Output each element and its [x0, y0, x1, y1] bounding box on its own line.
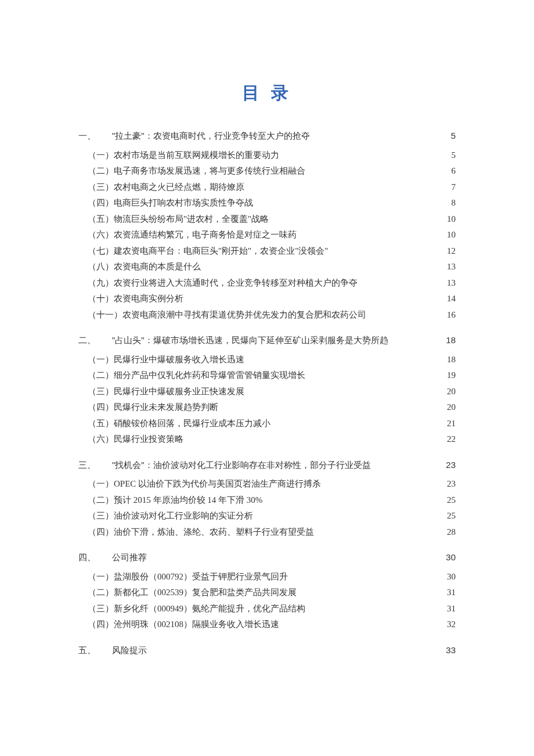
toc-entry[interactable]: 二、"占山头"：爆破市场增长迅速，民爆向下延伸至矿山采剥服务是大势所趋18 — [78, 333, 456, 348]
page-content: 目 录 一、"拉土豪"：农资电商时代，行业竞争转至大户的抢夺5（一）农村市场是当… — [0, 0, 534, 756]
toc-entry[interactable]: （六）农资流通结构繁冗，电子商务恰是对症之一味药10 — [88, 228, 456, 243]
toc-entry[interactable]: （三）农村电商之火已经点燃，期待燎原7 — [88, 180, 456, 195]
toc-page-number: 33 — [441, 643, 456, 658]
toc-marker: （四） — [88, 617, 114, 632]
toc-page-number: 28 — [441, 525, 456, 540]
toc-marker: 三、 — [78, 458, 112, 473]
toc-marker: （六） — [88, 432, 114, 447]
toc-label: 农资电商浪潮中寻找有渠道优势并优先发力的复合肥和农药公司 — [122, 308, 366, 323]
toc-marker: （五） — [88, 416, 114, 431]
toc-marker: （一） — [88, 477, 114, 492]
toc-entry[interactable]: 三、"找机会"：油价波动对化工行业影响存在非对称性，部分子行业受益23 — [78, 458, 456, 473]
toc-leader-dots — [306, 603, 439, 611]
toc-entry[interactable]: （四）电商巨头打响农村市场实质性争夺战8 — [88, 196, 456, 211]
toc-page-number: 7 — [441, 180, 456, 195]
toc-entry[interactable]: （二）新都化工（002539）复合肥和盐类产品共同发展31 — [88, 585, 456, 600]
toc-leader-dots — [280, 618, 439, 627]
toc-page-number: 30 — [441, 550, 456, 565]
toc-leader-dots — [315, 526, 439, 535]
toc-page-number: 19 — [441, 368, 456, 383]
toc-leader-dots — [359, 277, 439, 286]
toc-marker: 四、 — [78, 550, 112, 565]
toc-label: "占山头"：爆破市场增长迅速，民爆向下延伸至矿山采剥服务是大势所趋 — [112, 333, 388, 348]
toc-page-number: 21 — [441, 416, 456, 431]
toc-entry[interactable]: （四）沧州明珠（002108）隔膜业务收入增长迅速32 — [88, 617, 456, 632]
toc-marker: （二） — [88, 368, 114, 383]
toc-page-number: 5 — [441, 148, 456, 163]
toc-marker: （八） — [88, 260, 114, 275]
toc-entry[interactable]: （一）农村市场是当前互联网规模增长的重要动力5 — [88, 148, 456, 163]
toc-label: 电子商务市场发展迅速，将与更多传统行业相融合 — [114, 164, 305, 179]
toc-page-number: 31 — [441, 585, 456, 600]
toc-entry[interactable]: （五）硝酸铵价格回落，民爆行业成本压力减小21 — [88, 416, 456, 431]
toc-label: 农资电商实例分析 — [114, 291, 183, 307]
toc-label: 农村市场是当前互联网规模增长的重要动力 — [114, 148, 279, 163]
toc-marker: （二） — [88, 493, 114, 508]
toc-label: 盐湖股份（000792）受益于钾肥行业景气回升 — [114, 570, 288, 585]
toc-page-number: 13 — [441, 276, 456, 291]
toc-marker: （四） — [88, 196, 114, 211]
toc-page-number: 20 — [441, 400, 456, 415]
toc-entry[interactable]: （十）农资电商实例分析14 — [88, 291, 456, 307]
toc-leader-dots — [148, 552, 439, 560]
toc-entry[interactable]: （三）新乡化纤（000949）氨纶产能提升，优化产品结构31 — [88, 602, 456, 617]
toc-leader-dots — [372, 459, 439, 468]
toc-label: 沧州明珠（002108）隔膜业务收入增长迅速 — [114, 617, 279, 632]
toc-leader-dots — [148, 645, 439, 653]
toc-entry[interactable]: （五）物流巨头纷纷布局"进农村，全覆盖"战略10 — [88, 212, 456, 227]
toc-label: 农资电商的本质是什么 — [114, 260, 201, 275]
toc-entry[interactable]: （四）油价下滑，炼油、涤纶、农药、塑料子行业有望受益28 — [88, 525, 456, 540]
toc-marker: （四） — [88, 400, 114, 415]
toc-leader-dots — [306, 165, 439, 174]
toc-label: "找机会"：油价波动对化工行业影响存在非对称性，部分子行业受益 — [112, 458, 371, 473]
toc-leader-dots — [246, 181, 439, 190]
toc-title: 目 录 — [78, 81, 456, 105]
toc-label: 油价波动对化工行业影响的实证分析 — [114, 509, 253, 524]
toc-leader-dots — [185, 293, 439, 301]
toc-label: 预计 2015 年原油均价较 14 年下滑 30% — [114, 493, 262, 508]
toc-entry[interactable]: 五、风险提示33 — [78, 643, 456, 658]
toc-entry[interactable]: （三）油价波动对化工行业影响的实证分析25 — [88, 509, 456, 524]
toc-marker: （三） — [88, 180, 114, 195]
toc-page-number: 20 — [441, 384, 456, 399]
toc-page-number: 18 — [441, 333, 456, 348]
toc-leader-dots — [289, 571, 439, 579]
toc-page-number: 8 — [441, 196, 456, 211]
toc-entry[interactable]: （七）建农资电商平台：电商巨头"刚开始"，农资企业"没领会"12 — [88, 244, 456, 259]
toc-entry[interactable]: 四、公司推荐30 — [78, 550, 456, 565]
toc-entry[interactable]: （一）OPEC 以油价下跌为代价与美国页岩油生产商进行搏杀23 — [88, 477, 456, 492]
toc-label: 农村电商之火已经点燃，期待燎原 — [114, 180, 244, 195]
toc-entry[interactable]: （二）细分产品中仅乳化炸药和导爆管雷管销量实现增长19 — [88, 368, 456, 383]
toc-entry[interactable]: （一）盐湖股份（000792）受益于钾肥行业景气回升30 — [88, 570, 456, 585]
toc-entry[interactable]: （一）民爆行业中爆破服务收入增长迅速18 — [88, 352, 456, 368]
toc-entry[interactable]: （十一）农资电商浪潮中寻找有渠道优势并优先发力的复合肥和农药公司16 — [88, 308, 456, 323]
toc-marker: （一） — [88, 352, 114, 368]
toc-entry[interactable]: （三）民爆行业中爆破服务业正快速发展20 — [88, 384, 456, 399]
toc-leader-dots — [298, 229, 439, 237]
toc-leader-dots — [272, 417, 439, 426]
toc-leader-dots — [270, 213, 439, 222]
toc-entry[interactable]: （九）农资行业将进入大流通时代，企业竞争转移至对种植大户的争夺13 — [88, 276, 456, 291]
toc-page-number: 10 — [441, 212, 456, 227]
toc-entry[interactable]: （二）预计 2015 年原油均价较 14 年下滑 30%25 — [88, 493, 456, 508]
toc-page-number: 5 — [441, 128, 456, 143]
toc-label: 民爆行业中爆破服务收入增长迅速 — [114, 352, 244, 368]
toc-label: 建农资电商平台：电商巨头"刚开始"，农资企业"没领会" — [114, 244, 329, 259]
toc-label: 民爆行业投资策略 — [114, 432, 183, 447]
toc-page-number: 32 — [441, 617, 456, 632]
toc-page-number: 23 — [441, 458, 456, 473]
toc-entry[interactable]: （八）农资电商的本质是什么13 — [88, 260, 456, 275]
toc-entry[interactable]: （四）民爆行业未来发展趋势判断20 — [88, 400, 456, 415]
toc-page-number: 30 — [441, 570, 456, 585]
toc-entry[interactable]: （二）电子商务市场发展迅速，将与更多传统行业相融合6 — [88, 164, 456, 179]
toc-leader-dots — [264, 494, 439, 503]
toc-label: 油价下滑，炼油、涤纶、农药、塑料子行业有望受益 — [114, 525, 314, 540]
toc-marker: （二） — [88, 164, 114, 179]
toc-entry[interactable]: （六）民爆行业投资策略22 — [88, 432, 456, 447]
toc-marker: （三） — [88, 509, 114, 524]
toc-page-number: 6 — [441, 164, 456, 179]
toc-marker: 一、 — [78, 128, 112, 143]
toc-label: 硝酸铵价格回落，民爆行业成本压力减小 — [114, 416, 270, 431]
toc-label: 民爆行业中爆破服务业正快速发展 — [114, 384, 244, 399]
toc-entry[interactable]: 一、"拉土豪"：农资电商时代，行业竞争转至大户的抢夺5 — [78, 128, 456, 143]
